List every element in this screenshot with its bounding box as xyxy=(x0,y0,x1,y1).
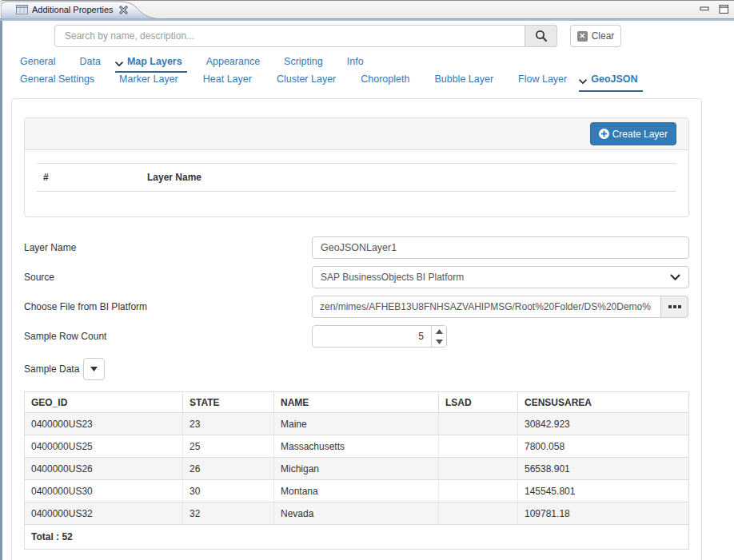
maximize-icon[interactable] xyxy=(719,4,729,14)
secondary-tab[interactable]: Choropleth xyxy=(361,73,409,92)
layer-name-value: GeoJSONLayer1 xyxy=(321,242,397,253)
cell-name: Michigan xyxy=(274,458,439,480)
source-label: Source xyxy=(24,272,54,283)
sample-data-table: GEO_ID STATE NAME LSAD CENSUSAREA 040000… xyxy=(24,391,689,550)
cell-geo-id: 0400000US30 xyxy=(25,480,183,502)
secondary-tab[interactable]: GeoJSON xyxy=(579,73,642,92)
secondary-tab-label: Marker Layer xyxy=(119,73,178,85)
primary-tab[interactable]: General xyxy=(20,55,55,73)
clear-button[interactable]: ✕ Clear xyxy=(570,25,621,47)
search-icon xyxy=(535,30,548,42)
primary-tab[interactable]: Appearance xyxy=(206,55,260,73)
layer-name-label: Layer Name xyxy=(24,242,76,253)
col-state: STATE xyxy=(183,392,274,413)
sample-table-row: 0400000US30 30 Montana 145545.801 xyxy=(25,480,689,502)
cell-censusarea: 109781.18 xyxy=(518,502,689,525)
cell-state: 26 xyxy=(183,458,274,480)
primary-tab[interactable]: Scripting xyxy=(284,55,323,73)
primary-tab[interactable]: Info xyxy=(347,55,364,73)
chevron-down-icon xyxy=(115,58,123,70)
number-spinner xyxy=(431,326,446,347)
file-path-value: zen/mimes/AFHEB13U8FNHSAZVAHIPMSG/Root%2… xyxy=(320,301,651,312)
sample-data-label: Sample Data xyxy=(24,363,79,375)
sample-data-dropdown-button[interactable] xyxy=(83,358,105,380)
search-input[interactable] xyxy=(54,25,525,47)
close-icon[interactable] xyxy=(119,6,128,14)
additional-properties-view: Additional Properties xyxy=(0,0,734,560)
secondary-tab-label: GeoJSON xyxy=(591,73,637,85)
secondary-tab-label: Choropleth xyxy=(361,73,409,85)
file-path-input[interactable]: zen/mimes/AFHEB13U8FNHSAZVAHIPMSG/Root%2… xyxy=(312,296,661,318)
cell-name: Montana xyxy=(274,480,439,502)
view-tab-additional-properties[interactable]: Additional Properties xyxy=(1,0,170,19)
caret-down-icon xyxy=(90,367,98,371)
cell-geo-id: 0400000US23 xyxy=(25,413,183,435)
cell-lsad xyxy=(439,435,518,458)
layers-table: # Layer Name xyxy=(37,163,676,192)
secondary-tab-label: Cluster Layer xyxy=(277,73,336,85)
sample-row-count-value: 5 xyxy=(313,326,431,347)
primary-tab-label: General xyxy=(20,55,55,68)
cell-state: 30 xyxy=(183,480,274,502)
create-layer-button[interactable]: Create Layer xyxy=(590,122,676,145)
secondary-tab[interactable]: Flow Layer xyxy=(518,73,567,92)
view-left-border xyxy=(0,21,2,560)
cell-lsad xyxy=(439,502,518,525)
primary-tab[interactable]: Map Layers xyxy=(115,55,187,73)
col-geo-id: GEO_ID xyxy=(25,392,183,413)
properties-table-icon xyxy=(16,4,28,15)
chevron-down-icon xyxy=(579,75,587,88)
cell-censusarea: 7800.058 xyxy=(518,435,689,458)
search-button[interactable] xyxy=(525,25,557,47)
minimize-icon[interactable] xyxy=(700,4,710,14)
secondary-tab[interactable]: Marker Layer xyxy=(119,73,178,92)
sample-data-table-wrap: GEO_ID STATE NAME LSAD CENSUSAREA 040000… xyxy=(24,391,689,550)
layers-panel: Create Layer # Layer Name xyxy=(24,117,689,217)
ellipsis-icon xyxy=(673,305,676,308)
sample-table-row: 0400000US23 23 Maine 30842.923 xyxy=(25,413,689,435)
sample-table-row: 0400000US32 32 Nevada 109781.18 xyxy=(25,502,689,525)
secondary-tab[interactable]: Bubble Layer xyxy=(434,73,493,92)
primary-tab-label: Map Layers xyxy=(127,55,182,68)
spinner-up-icon[interactable] xyxy=(432,326,446,336)
sample-row-count-input[interactable]: 5 xyxy=(312,325,447,348)
sample-table-total-row: Total : 52 xyxy=(25,525,689,550)
ellipsis-icon xyxy=(668,305,672,308)
layers-col-number: # xyxy=(37,164,141,192)
titlebar-accent-line xyxy=(0,19,734,21)
source-select[interactable]: SAP BusinessObjects BI Platform xyxy=(312,266,689,288)
plus-circle-icon xyxy=(599,129,609,139)
search-group xyxy=(54,25,557,47)
select-chevron-down-icon xyxy=(670,274,680,281)
secondary-tab[interactable]: General Settings xyxy=(20,73,94,92)
ellipsis-icon xyxy=(678,305,681,308)
spinner-down-icon[interactable] xyxy=(432,336,446,347)
layers-panel-body: # Layer Name xyxy=(25,150,688,192)
cell-lsad xyxy=(439,480,518,502)
geojson-settings-panel: Create Layer # Layer Name Layer Name xyxy=(11,98,702,560)
primary-tab-label: Info xyxy=(347,55,364,68)
cell-censusarea: 30842.923 xyxy=(518,413,689,435)
primary-tab-label: Data xyxy=(79,55,100,68)
sample-table-header-row: GEO_ID STATE NAME LSAD CENSUSAREA xyxy=(25,392,689,413)
col-name: NAME xyxy=(274,392,439,413)
secondary-tab[interactable]: Cluster Layer xyxy=(277,73,336,92)
browse-file-button[interactable] xyxy=(660,296,688,318)
secondary-tab-label: Flow Layer xyxy=(518,73,567,85)
primary-tab[interactable]: Data xyxy=(79,55,100,73)
clear-button-label: Clear xyxy=(592,30,615,42)
sample-table-row: 0400000US25 25 Massachusetts 7800.058 xyxy=(25,435,689,458)
layers-col-name: Layer Name xyxy=(141,164,676,192)
primary-tab-label: Appearance xyxy=(206,55,260,68)
cell-state: 25 xyxy=(183,435,274,458)
cell-state: 23 xyxy=(183,413,274,435)
source-value: SAP BusinessObjects BI Platform xyxy=(321,272,464,283)
layer-name-input[interactable]: GeoJSONLayer1 xyxy=(312,236,689,259)
secondary-tab[interactable]: Heat Layer xyxy=(203,73,252,92)
primary-tab-label: Scripting xyxy=(284,55,323,68)
secondary-tab-label: Heat Layer xyxy=(203,73,252,85)
cell-name: Nevada xyxy=(274,502,439,525)
cell-geo-id: 0400000US32 xyxy=(25,502,183,525)
clear-x-icon: ✕ xyxy=(577,31,588,42)
cell-geo-id: 0400000US26 xyxy=(25,458,183,480)
